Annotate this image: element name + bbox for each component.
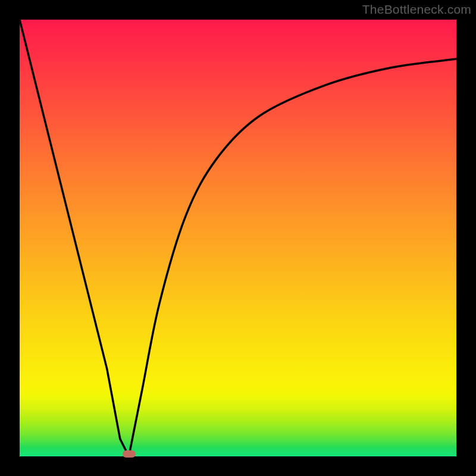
bottleneck-curve: [20, 20, 456, 456]
chart-frame: TheBottleneck.com: [0, 0, 476, 476]
optimum-marker: [123, 450, 136, 458]
plot-area: [20, 20, 456, 456]
watermark-text: TheBottleneck.com: [362, 2, 471, 17]
